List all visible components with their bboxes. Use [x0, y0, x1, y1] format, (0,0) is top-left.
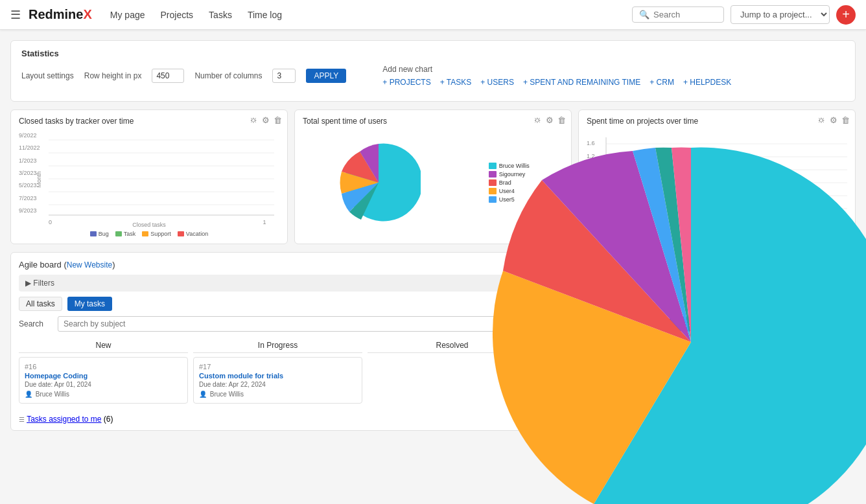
num-columns-label: Number of columns — [194, 71, 262, 80]
y-label-6: 7/2023 — [19, 195, 46, 201]
report-search-input[interactable] — [734, 278, 847, 293]
kanban-col-feedback-header: Feedback — [542, 338, 711, 353]
kanban-card-17: #17 Custom module for trials Due date: A… — [193, 357, 362, 404]
card16-user-icon: 👤 — [25, 391, 32, 398]
board-project-link[interactable]: New Website — [67, 260, 112, 269]
num-columns-input[interactable] — [272, 69, 296, 83]
add-button[interactable]: + — [836, 5, 856, 25]
card17-user-icon: 👤 — [199, 391, 207, 398]
legend-user5-label: User5 — [499, 196, 515, 203]
legend-support: Support — [142, 231, 171, 237]
report-link-4[interactable]: Invoic... — [766, 357, 790, 365]
card16-title[interactable]: Homepage Coding — [25, 372, 182, 380]
report-checkbox-0[interactable] — [743, 312, 751, 319]
chart2-content: Bruce Willis Sigourney Brad User4 — [303, 131, 563, 235]
chart2-delete-icon[interactable]: 🗑 — [557, 115, 566, 125]
chart2-settings-icon[interactable]: ⚙ — [546, 115, 554, 125]
tasks-delete-icon[interactable]: 🗑 — [678, 414, 686, 424]
menu-icon[interactable]: ☰ — [10, 8, 21, 22]
chart2-move-icon[interactable]: ⛭ — [533, 115, 542, 125]
kanban-col-feedback: Feedback #6 Analysis of Requirements Due… — [542, 338, 711, 404]
bottom-section: Agile board (New Website) 🗑 ✚ ⌃ ▶ Filter… — [10, 252, 856, 431]
board-move-icon[interactable]: ✚ — [690, 259, 698, 269]
add-users-chart[interactable]: + USERS — [480, 78, 514, 87]
legend-user4-label: User4 — [499, 188, 515, 194]
tasks-settings-icon[interactable]: ⚙ — [665, 414, 673, 424]
kanban-col-inprogress-header: In Progress — [193, 338, 362, 353]
card17-id: #17 — [199, 363, 357, 371]
report-checkbox-2[interactable] — [734, 335, 742, 343]
chart1-delete-icon[interactable]: 🗑 — [274, 115, 282, 125]
add-tasks-chart[interactable]: + TASKS — [440, 78, 472, 87]
kanban-col-resolved: Resolved — [368, 338, 537, 404]
x-axis-label: Closed tasks — [19, 222, 279, 228]
board-search-input[interactable] — [58, 316, 663, 332]
y-axis-title: Month — [36, 171, 42, 187]
tasks-assigned-info: ☰ Tasks assigned to me (6) — [19, 415, 113, 424]
nav-projects[interactable]: Projects — [161, 10, 194, 20]
legend-bug-label: Bug — [99, 231, 109, 237]
report-num-2: 50 — [746, 335, 762, 343]
legend-task-color — [115, 231, 122, 236]
chart-links: + PROJECTS + TASKS + USERS + SPENT AND R… — [382, 78, 731, 87]
nav-tasks[interactable]: Tasks — [209, 10, 232, 20]
report-checkbox-3[interactable] — [734, 346, 742, 354]
apply-button[interactable]: APPLY — [306, 69, 346, 83]
chart1-settings-icon[interactable]: ⚙ — [262, 115, 270, 125]
reset-button[interactable]: RESET — [670, 317, 711, 331]
report-link-5[interactable]: Approval N... — [766, 368, 807, 376]
card17-title[interactable]: Custom module for trials — [199, 372, 357, 380]
svg-text:1.2: 1.2 — [587, 153, 595, 159]
add-projects-chart[interactable]: + PROJECTS — [382, 78, 430, 87]
legend-task-label: Task — [124, 231, 136, 237]
chart1-legend: Bug Task Support Vacation — [19, 231, 279, 237]
add-crm-chart[interactable]: + CRM — [650, 78, 674, 87]
chart-card-spent-time: Total spent time of users ⛭ ⚙ 🗑 — [294, 109, 572, 244]
legend-brad-color — [489, 179, 497, 186]
tasks-move-icon[interactable]: ✚ — [692, 414, 699, 424]
svg-text:1.6: 1.6 — [587, 140, 595, 146]
y-label-3: 1/2023 — [19, 157, 46, 164]
row-height-input[interactable] — [152, 69, 184, 83]
statistics-title: Statistics — [21, 49, 845, 58]
report-checkbox-5[interactable] — [734, 368, 742, 376]
report-checkbox-1[interactable] — [734, 324, 742, 332]
chart3-move-icon[interactable]: ⛭ — [817, 115, 826, 125]
tasks-collapse-icon[interactable]: ⌃ — [704, 414, 711, 424]
add-spent-time-chart[interactable]: + SPENT AND REMAINING TIME — [523, 78, 640, 87]
kanban-col-resolved-header: Resolved — [368, 338, 537, 353]
nav-my-page[interactable]: My page — [110, 10, 145, 20]
add-chart-label: Add new chart — [382, 65, 731, 74]
legend-bruce-label: Bruce Willis — [499, 163, 530, 169]
y-axis-labels: 9/2022 11/2022 1/2023 3/2023 5/2023 7/20… — [19, 131, 46, 215]
jump-to-project-select[interactable]: Jump to a project... — [731, 5, 830, 24]
legend-task: Task — [115, 231, 136, 237]
card6-user-icon: 👤 — [548, 391, 556, 398]
logo-x: X — [83, 7, 91, 21]
nav-links: My page Projects Tasks Time log — [110, 10, 282, 20]
chart2-actions: ⛭ ⚙ 🗑 — [533, 115, 566, 125]
board-collapse-icon[interactable]: ⌃ — [703, 259, 711, 269]
add-helpdesk-chart[interactable]: + HELPDESK — [683, 78, 731, 87]
report-row-2: 50 — [734, 334, 847, 345]
chart3-settings-icon[interactable]: ⚙ — [830, 115, 837, 125]
board-delete-icon[interactable]: 🗑 — [676, 259, 685, 269]
all-tasks-tab[interactable]: All tasks — [19, 297, 62, 311]
report-checkbox-4[interactable] — [734, 357, 742, 365]
chart3-delete-icon[interactable]: 🗑 — [841, 115, 850, 125]
red-accent-0 — [734, 310, 736, 321]
tasks-assigned-link[interactable]: Tasks assigned to me — [27, 415, 101, 424]
tasks-assigned-count: (6) — [104, 415, 113, 424]
search-box[interactable]: 🔍 — [632, 6, 724, 23]
board-header-actions: 🗑 ✚ ⌃ — [676, 259, 711, 269]
legend-vacation-color — [178, 231, 184, 236]
my-tasks-tab[interactable]: My tasks — [67, 297, 112, 311]
kanban-columns: New #16 Homepage Coding Due date: Apr 01… — [19, 338, 711, 404]
card6-title[interactable]: Analysis of Requirements — [548, 372, 705, 380]
svg-text:0.4: 0.4 — [587, 179, 595, 185]
filters-bar[interactable]: ▶ Filters — [19, 275, 711, 292]
search-input[interactable] — [653, 10, 717, 19]
search-icon: 🔍 — [639, 10, 650, 19]
chart1-move-icon[interactable]: ⛭ — [250, 115, 258, 125]
nav-time-log[interactable]: Time log — [248, 10, 282, 20]
